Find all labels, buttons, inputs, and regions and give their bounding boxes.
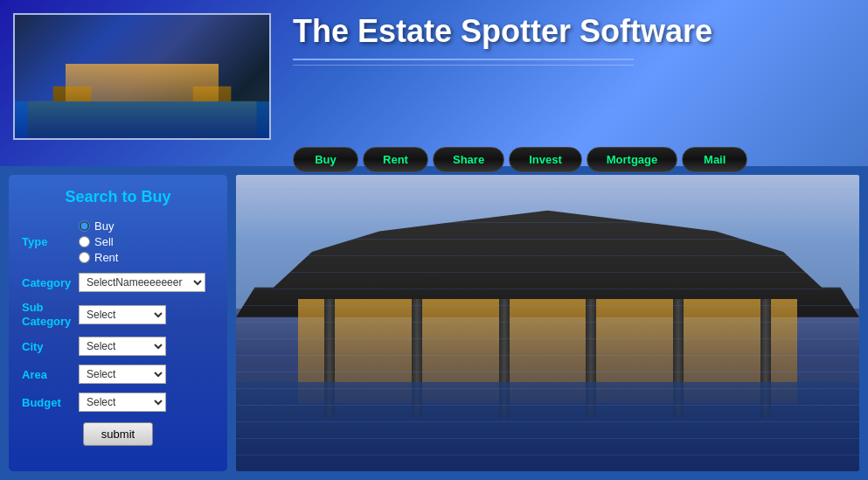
category-row: Category SelectNameeeeeeer Residential C… bbox=[22, 273, 214, 292]
city-select[interactable]: Select City 1 bbox=[79, 337, 166, 356]
nav-mortgage-button[interactable]: Mortgage bbox=[587, 147, 678, 172]
radio-sell-text: Sell bbox=[94, 235, 114, 248]
type-radio-group: Buy Sell Rent bbox=[79, 219, 118, 264]
nav-bar: Buy Rent Share Invest Mortgage Mail bbox=[280, 140, 855, 179]
nav-buy-button[interactable]: Buy bbox=[293, 147, 358, 172]
house-background bbox=[236, 175, 859, 471]
submit-button[interactable]: submit bbox=[83, 422, 153, 446]
search-panel-title: Search to Buy bbox=[22, 188, 214, 206]
header-top: The Estate Spotter Software bbox=[13, 13, 855, 140]
city-label: City bbox=[22, 340, 79, 353]
logo-image bbox=[13, 13, 271, 140]
category-select[interactable]: SelectNameeeeeeer Residential Commercial bbox=[79, 273, 205, 292]
area-row: Area Select Area 1 bbox=[22, 365, 214, 384]
sub-category-select[interactable]: Select Apartment Villa bbox=[79, 305, 166, 324]
logo-interior-light bbox=[66, 64, 219, 101]
search-panel: Search to Buy Type Buy Sell Rent bbox=[9, 175, 227, 471]
header-title-area: The Estate Spotter Software bbox=[271, 13, 855, 66]
sub-category-row: SubCategory Select Apartment Villa bbox=[22, 301, 214, 328]
radio-sell-label[interactable]: Sell bbox=[79, 235, 118, 248]
area-label: Area bbox=[22, 368, 79, 381]
title-underline bbox=[293, 59, 634, 60]
radio-rent-label[interactable]: Rent bbox=[79, 251, 118, 264]
scan-lines-overlay bbox=[236, 175, 859, 471]
property-image-panel bbox=[236, 175, 859, 471]
type-row: Type Buy Sell Rent bbox=[22, 219, 214, 264]
radio-buy-label[interactable]: Buy bbox=[79, 219, 118, 233]
category-label: Category bbox=[22, 276, 79, 289]
radio-buy[interactable] bbox=[79, 220, 90, 232]
nav-mail-button[interactable]: Mail bbox=[682, 147, 747, 172]
budget-row: Budget Select Under 1M 1M - 5M bbox=[22, 393, 214, 412]
radio-buy-text: Buy bbox=[94, 219, 114, 233]
header: The Estate Spotter Software Buy Rent Sha… bbox=[0, 0, 868, 166]
radio-sell[interactable] bbox=[79, 236, 90, 247]
budget-label: Budget bbox=[22, 396, 79, 409]
main-content: Search to Buy Type Buy Sell Rent bbox=[0, 166, 868, 480]
nav-rent-button[interactable]: Rent bbox=[363, 147, 428, 172]
radio-rent-text: Rent bbox=[94, 251, 118, 264]
nav-share-button[interactable]: Share bbox=[433, 147, 504, 172]
type-label: Type bbox=[22, 235, 79, 248]
budget-select[interactable]: Select Under 1M 1M - 5M bbox=[79, 393, 166, 412]
area-select[interactable]: Select Area 1 bbox=[79, 365, 166, 384]
nav-invest-button[interactable]: Invest bbox=[509, 147, 582, 172]
radio-rent[interactable] bbox=[79, 252, 90, 263]
title-line2 bbox=[293, 65, 634, 66]
city-row: City Select City 1 bbox=[22, 337, 214, 356]
sub-category-label: SubCategory bbox=[22, 301, 79, 328]
app-title: The Estate Spotter Software bbox=[293, 13, 855, 50]
